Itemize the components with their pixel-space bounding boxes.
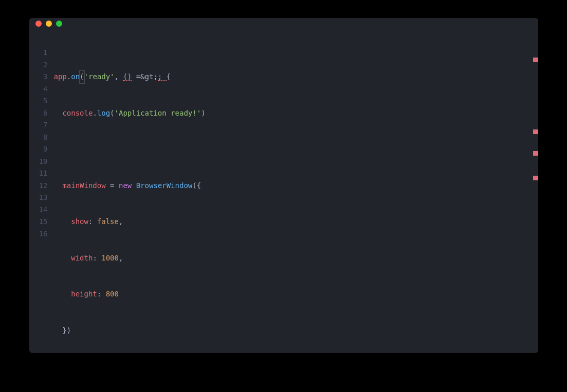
- code-line[interactable]: }): [53, 325, 538, 337]
- token: [54, 109, 63, 117]
- token: on: [71, 72, 80, 81]
- token: 1000: [101, 254, 119, 262]
- minimize-icon[interactable]: [46, 21, 52, 27]
- code-line[interactable]: mainWindow = new BrowserWindow({: [53, 180, 538, 192]
- error-marker-icon[interactable]: [533, 176, 538, 180]
- token: [54, 181, 63, 190]
- token: [54, 290, 71, 298]
- line-number: 6: [29, 107, 48, 120]
- token: :: [93, 254, 101, 262]
- code-line[interactable]: width: 1000,: [53, 252, 538, 265]
- code-line[interactable]: [53, 143, 538, 156]
- code-area[interactable]: app.on('ready', () =&gt;; { console.log(…: [53, 29, 538, 353]
- line-number: 5: [29, 95, 48, 107]
- token: ,: [115, 72, 123, 81]
- token-error: (): [123, 73, 132, 81]
- close-icon[interactable]: [35, 21, 42, 27]
- line-number: 13: [29, 192, 48, 204]
- token: (: [110, 109, 114, 117]
- line-number: 1: [29, 47, 48, 59]
- line-number: 9: [29, 143, 48, 156]
- error-marker-icon[interactable]: [533, 58, 538, 62]
- token: 'Application ready!': [115, 109, 202, 117]
- token: [54, 326, 63, 334]
- token: [132, 181, 136, 190]
- code-line[interactable]: app.on('ready', () =&gt;; {: [53, 71, 538, 83]
- token: height: [71, 290, 97, 298]
- code-line[interactable]: height: 800: [53, 288, 538, 301]
- token: ,: [119, 254, 123, 262]
- token: }): [62, 326, 71, 334]
- line-number: 10: [29, 156, 48, 168]
- code-line[interactable]: show: false,: [53, 216, 538, 228]
- error-marker-icon[interactable]: [533, 151, 538, 156]
- token: :: [88, 217, 97, 226]
- token: BrowserWindow: [136, 181, 193, 190]
- editor-container: 1 2 3 4 5 6 7 8 9 10 11 12 13 14 15 16 a…: [29, 29, 538, 353]
- token: ,: [119, 217, 123, 226]
- line-number: 12: [29, 180, 48, 192]
- token: new: [119, 181, 132, 190]
- line-number: 15: [29, 216, 48, 228]
- token: ): [201, 109, 205, 117]
- token: show: [71, 217, 88, 226]
- token: {: [167, 72, 171, 81]
- line-number: 14: [29, 204, 48, 216]
- token: =: [106, 181, 119, 190]
- token: log: [97, 109, 110, 117]
- token: .: [93, 109, 97, 117]
- maximize-icon[interactable]: [56, 21, 62, 27]
- token: =&gt;: [132, 72, 158, 81]
- line-number: 8: [29, 132, 48, 144]
- token: [54, 217, 71, 226]
- token: app: [54, 72, 67, 81]
- traffic-lights: [35, 21, 62, 27]
- token: ({: [192, 181, 201, 190]
- token: mainWindow: [62, 181, 105, 190]
- titlebar[interactable]: [29, 18, 538, 29]
- line-number: 3: [29, 71, 48, 83]
- line-number: 16: [29, 228, 48, 240]
- token: false: [97, 217, 119, 226]
- editor-window: 1 2 3 4 5 6 7 8 9 10 11 12 13 14 15 16 a…: [29, 18, 538, 353]
- line-number: 2: [29, 59, 48, 71]
- token: .: [67, 72, 71, 81]
- line-number: 11: [29, 167, 48, 180]
- line-number: 7: [29, 119, 48, 132]
- token: 800: [106, 290, 119, 298]
- line-number: 4: [29, 83, 48, 96]
- error-marker-icon[interactable]: [533, 129, 538, 134]
- line-number-gutter: 1 2 3 4 5 6 7 8 9 10 11 12 13 14 15 16: [29, 29, 53, 353]
- token: width: [71, 254, 93, 262]
- token: 'ready': [84, 72, 115, 81]
- minimap-scrollbar[interactable]: [531, 29, 538, 353]
- token: console: [62, 109, 93, 117]
- code-line[interactable]: console.log('Application ready!'): [53, 107, 538, 120]
- token-error: ;: [158, 73, 167, 81]
- token: [54, 254, 71, 262]
- token: :: [97, 290, 106, 298]
